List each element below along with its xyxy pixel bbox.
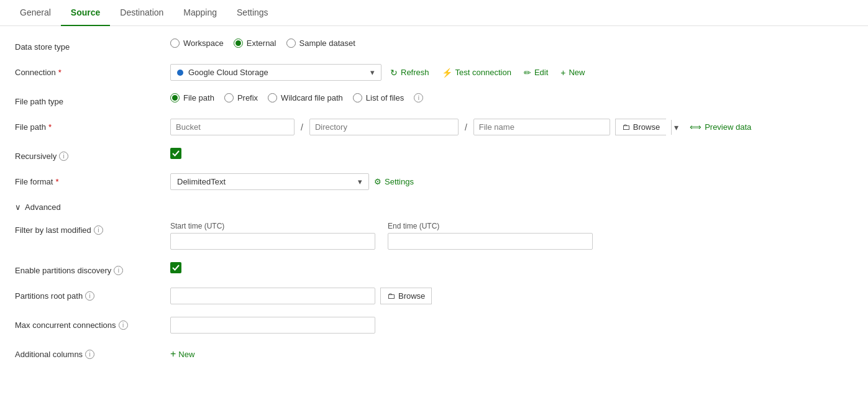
bucket-input[interactable] [170,119,295,135]
additional-columns-content: + New [170,346,853,362]
radio-listoffiles[interactable]: List of files [353,93,404,102]
new-connection-button[interactable]: + New [557,65,588,80]
max-concurrent-info-icon[interactable]: i [119,320,128,330]
radio-filepath[interactable]: File path [170,93,214,102]
max-concurrent-input[interactable] [170,317,375,334]
start-time-input[interactable] [170,233,375,250]
file-path-label: File path * [15,119,170,132]
filter-last-modified-content: Start time (UTC) End time (UTC) [170,222,853,250]
file-path-type-radio-group: File path Prefix Wildcard file path List… [170,93,423,102]
radio-workspace-label: Workspace [183,39,224,48]
file-path-row: File path * / / 🗀 Browse ▾ ⟺ Preview dat… [15,119,853,135]
connection-dot-icon [177,70,183,76]
file-path-type-label: File path type [15,93,170,106]
enable-partitions-label: Enable partitions discovery i [15,262,170,275]
enable-partitions-info-icon[interactable]: i [114,266,123,275]
advanced-row[interactable]: ∨ Advanced [15,202,853,212]
connection-required: * [58,68,62,77]
recursively-row: Recursively i [15,148,853,161]
radio-listoffiles-label: List of files [366,93,404,102]
radio-wildcard[interactable]: Wildcard file path [268,93,343,102]
partitions-root-path-input[interactable] [170,288,375,304]
tab-source[interactable]: Source [61,0,110,26]
tab-destination[interactable]: Destination [110,0,173,26]
additional-new-label: New [178,350,194,359]
tab-mapping[interactable]: Mapping [173,0,227,26]
file-format-chevron-icon: ▾ [358,177,362,186]
recursively-info-icon[interactable]: i [59,152,68,161]
partitions-root-path-label: Partitions root path i [15,288,170,301]
end-time-input[interactable] [388,233,593,250]
radio-prefix-label: Prefix [237,93,258,102]
end-time-group: End time (UTC) [388,222,593,250]
start-time-label: Start time (UTC) [170,222,375,230]
radio-workspace[interactable]: Workspace [170,39,224,48]
path-separator-1: / [299,122,304,132]
enable-partitions-row: Enable partitions discovery i [15,262,853,275]
file-format-dropdown[interactable]: DelimitedText ▾ [170,173,369,190]
additional-columns-row: Additional columns i + New [15,346,853,362]
enable-partitions-content [170,262,853,273]
tab-settings[interactable]: Settings [227,0,278,26]
partitions-folder-icon: 🗀 [387,291,395,301]
folder-icon: 🗀 [622,122,630,132]
browse-button[interactable]: 🗀 Browse [615,119,666,135]
connection-dropdown[interactable]: Google Cloud Storage ▾ [170,64,381,81]
file-path-type-content: File path Prefix Wildcard file path List… [170,93,853,102]
recursively-checkbox[interactable] [170,148,181,159]
edit-button[interactable]: ✏ Edit [520,65,552,80]
file-path-type-info-icon[interactable]: i [414,93,423,102]
start-time-group: Start time (UTC) [170,222,375,250]
settings-icon: ⚙ [374,177,381,186]
tab-general[interactable]: General [10,0,61,26]
connection-inner: Google Cloud Storage [177,68,268,77]
file-path-content: / / 🗀 Browse ▾ ⟺ Preview data [170,119,853,135]
advanced-label: Advanced [25,202,61,212]
preview-icon: ⟺ [690,122,701,132]
data-store-type-label: Data store type [15,39,170,52]
file-path-required: * [48,122,52,132]
radio-sample[interactable]: Sample dataset [286,39,355,48]
form-body: Data store type Workspace External Sampl… [0,26,868,387]
radio-external[interactable]: External [234,39,276,48]
partitions-browse-button[interactable]: 🗀 Browse [380,288,432,304]
filter-last-modified-info-icon[interactable]: i [94,225,103,235]
refresh-button[interactable]: ↻ Refresh [386,65,433,80]
partitions-root-path-info-icon[interactable]: i [85,291,94,301]
recursively-label: Recursively i [15,148,170,161]
plus-icon: + [560,68,565,78]
test-connection-icon: ⚡ [442,68,452,78]
radio-prefix[interactable]: Prefix [224,93,258,102]
file-format-settings-button[interactable]: ⚙ Settings [374,177,414,186]
max-concurrent-row: Max concurrent connections i [15,317,853,334]
file-format-label: File format * [15,173,170,186]
connection-value: Google Cloud Storage [188,68,268,77]
file-format-row: File format * DelimitedText ▾ ⚙ Settings [15,173,853,190]
partitions-root-path-content: 🗀 Browse [170,288,853,304]
test-connection-button[interactable]: ⚡ Test connection [438,65,515,80]
additional-columns-new-button[interactable]: + New [170,346,194,362]
max-concurrent-content [170,317,853,334]
additional-columns-info-icon[interactable]: i [85,350,94,359]
directory-input[interactable] [309,119,459,135]
recursively-content [170,148,853,159]
browse-chevron-button[interactable]: ▾ [671,120,681,135]
file-path-type-row: File path type File path Prefix Wildcard… [15,93,853,106]
data-store-type-radio-group: Workspace External Sample dataset [170,39,355,48]
filter-last-modified-label: Filter by last modified i [15,222,170,235]
additional-plus-icon: + [170,348,176,360]
end-time-label: End time (UTC) [388,222,593,230]
edit-icon: ✏ [524,68,531,78]
radio-external-label: External [247,39,276,48]
preview-data-label: Preview data [705,122,751,132]
connection-label: Connection * [15,64,170,77]
filename-input[interactable] [473,119,610,135]
partitions-browse-label: Browse [398,291,425,301]
browse-label: Browse [633,122,660,132]
data-store-type-content: Workspace External Sample dataset [170,39,853,48]
enable-partitions-checkbox[interactable] [170,262,181,273]
connection-row: Connection * Google Cloud Storage ▾ ↻ Re… [15,64,853,81]
file-format-content: DelimitedText ▾ ⚙ Settings [170,173,853,190]
advanced-chevron-icon: ∨ [15,202,21,212]
preview-data-button[interactable]: ⟺ Preview data [686,120,755,134]
